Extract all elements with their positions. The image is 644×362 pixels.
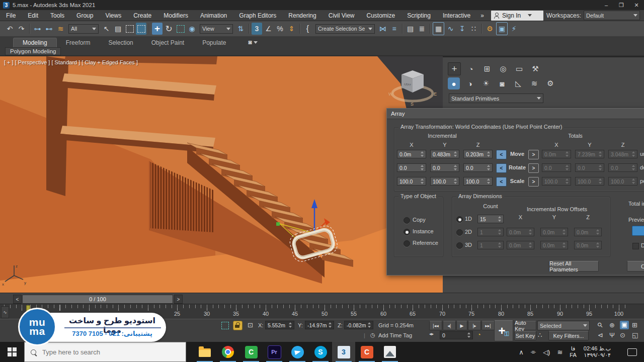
menu-interactive[interactable]: Interactive [437, 10, 476, 21]
clock[interactable]: 02:46 ب.ظ ۱۳۹۹/۰۹/۰۴ [580, 345, 614, 358]
play-button[interactable]: ▶ [456, 321, 467, 330]
add-time-tag[interactable]: Add Time Tag [378, 332, 412, 338]
go-to-start-button[interactable]: |◂◂ [429, 321, 442, 330]
ribbon-tab-modeling[interactable]: Modeling [13, 38, 57, 47]
rotate-tot-z-field[interactable]: 0.0 [608, 163, 637, 172]
ribbon-toggle-icon[interactable]: ▦ [433, 22, 444, 35]
manage-layers-icon[interactable]: ≣ [417, 23, 427, 35]
spinner-icon[interactable] [631, 164, 636, 171]
key-filters-button[interactable]: Key Filters... [548, 331, 589, 340]
dim-2d-radio[interactable] [456, 229, 463, 236]
spinner-icon[interactable] [487, 178, 492, 185]
primitives-category-dropdown[interactable]: Standard Primitives [449, 94, 543, 103]
align-icon[interactable]: ≡ [389, 23, 399, 35]
spinner-icon[interactable] [498, 242, 503, 248]
dim-3d-radio[interactable] [456, 242, 463, 249]
taskbar-premiere[interactable]: Pr [263, 342, 286, 362]
spinner-icon[interactable] [596, 229, 601, 235]
create-tab-icon[interactable]: + [448, 62, 461, 75]
rotate-tot-y-field[interactable]: 0.0 [575, 163, 604, 172]
x-coord-field[interactable]: 5.552m [265, 321, 294, 329]
scale-tot-y-field[interactable]: 100.0 [575, 177, 604, 186]
cameras-category-icon[interactable]: ◙ [496, 77, 508, 89]
material-editor-icon[interactable]: ∷ [468, 23, 479, 35]
move-inc-x-field[interactable]: 0.0m [397, 150, 426, 158]
render-production-icon[interactable]: ⚡ [509, 23, 519, 35]
next-frame-button[interactable]: |▸ [468, 321, 481, 330]
zoom-all-icon[interactable]: ⊕ [609, 321, 615, 329]
zoom-icon[interactable]: ⚲ [596, 321, 604, 329]
spinner-icon[interactable] [367, 322, 372, 328]
scene-explorer-icon[interactable]: ▤ [405, 23, 416, 35]
display-as-box-checkbox[interactable] [632, 243, 639, 249]
spinner-icon[interactable] [631, 178, 636, 185]
scale-right-arrow-button[interactable]: > [528, 177, 539, 187]
ribbon-tab-object-paint[interactable]: Object Paint [142, 38, 193, 47]
move-tot-z-field[interactable]: 3.048m [608, 150, 637, 158]
reference-coordinate-dropdown[interactable]: View [200, 24, 233, 34]
spinner-icon[interactable] [596, 242, 601, 248]
spinner-icon[interactable] [562, 229, 567, 235]
select-and-rotate-icon[interactable]: ↻ [164, 23, 174, 35]
spinner-icon[interactable] [453, 178, 458, 185]
taskbar-chrome[interactable] [216, 342, 239, 362]
selection-set-dropdown[interactable]: Selected [537, 321, 590, 330]
spinner-snap-icon[interactable]: ⇕ [286, 23, 297, 35]
render-setup-icon[interactable]: ⚙ [485, 23, 495, 35]
maximize-button[interactable]: ❐ [614, 0, 629, 10]
prev-frame-button[interactable]: < [13, 295, 22, 304]
spinner-icon[interactable] [328, 322, 333, 328]
array-dialog-titlebar[interactable]: Array [387, 109, 644, 119]
taskbar-telegram[interactable] [286, 342, 309, 362]
y-coord-field[interactable]: -14.97m [305, 321, 334, 329]
dim-1d-radio[interactable] [456, 216, 463, 223]
spinner-icon[interactable] [598, 151, 603, 157]
menu-create[interactable]: Create [127, 10, 157, 21]
set-key-button[interactable]: Set Key [514, 331, 536, 340]
lights-category-icon[interactable]: ☀ [480, 77, 492, 89]
spinner-icon[interactable] [631, 151, 636, 157]
spinner-icon[interactable] [598, 178, 603, 185]
z-coord-field[interactable]: -0.082m [344, 321, 373, 329]
taskbar-skype[interactable]: S [309, 342, 332, 362]
sign-in-button[interactable]: Sign In [491, 11, 543, 21]
move-right-arrow-button[interactable]: > [528, 150, 539, 159]
undo-icon[interactable]: ↶ [5, 23, 15, 35]
menu-graph-editors[interactable]: Graph Editors [233, 10, 282, 21]
snap-toggle-3d-icon[interactable]: 3 [252, 23, 262, 35]
spinner-icon[interactable] [467, 332, 472, 338]
zoom-extents-all-icon[interactable]: ⊞ [632, 321, 637, 329]
taskbar-file-explorer[interactable] [193, 342, 216, 362]
instance-radio[interactable] [404, 229, 410, 235]
unlink-selection-icon[interactable]: ⊷ [44, 23, 54, 35]
go-to-end-button[interactable]: ▸▸| [481, 321, 495, 330]
spinner-icon[interactable] [565, 178, 570, 185]
mirror-icon[interactable]: ⋈ [377, 23, 388, 35]
pan-view-icon[interactable]: Ψ [609, 331, 615, 339]
select-and-move-icon[interactable]: + [152, 23, 163, 35]
key-mode-icon[interactable]: ∴ [538, 331, 542, 339]
move-left-arrow-button[interactable]: < [496, 150, 507, 159]
menu-group[interactable]: Group [70, 10, 99, 21]
offset-3d-x-field[interactable]: 0.0m [507, 241, 534, 249]
selection-filter-dropdown[interactable]: All [68, 24, 99, 34]
move-tot-y-field[interactable]: 7.239m [575, 150, 604, 158]
spinner-icon[interactable] [565, 164, 570, 171]
count-2d-field[interactable]: 1 [477, 228, 504, 236]
search-input[interactable] [41, 348, 169, 356]
polygon-modeling-panel[interactable]: Polygon Modeling [5, 47, 61, 55]
menu-overflow-chevron[interactable]: » [476, 12, 488, 19]
spinner-icon[interactable] [598, 164, 603, 171]
isolate-selection-icon[interactable] [221, 322, 229, 329]
current-frame-field[interactable]: 0 [440, 331, 473, 339]
notification-center-icon[interactable] [627, 348, 637, 356]
rotate-inc-x-field[interactable]: 0.0 [397, 163, 426, 172]
orbit-icon[interactable]: ⊙ [620, 331, 625, 339]
select-and-link-icon[interactable]: ⊶ [32, 23, 43, 35]
menu-customize[interactable]: Customize [361, 10, 401, 21]
perspective-viewport[interactable]: N E S W LEFT x y z [ + ] [ Perspective ]… [0, 56, 443, 293]
modify-tab-icon[interactable]: ◔ [465, 63, 477, 75]
rotate-right-arrow-button[interactable]: > [528, 163, 539, 173]
scale-inc-z-field[interactable]: 100.0 [463, 177, 493, 186]
select-and-scale-icon[interactable] [175, 23, 186, 35]
